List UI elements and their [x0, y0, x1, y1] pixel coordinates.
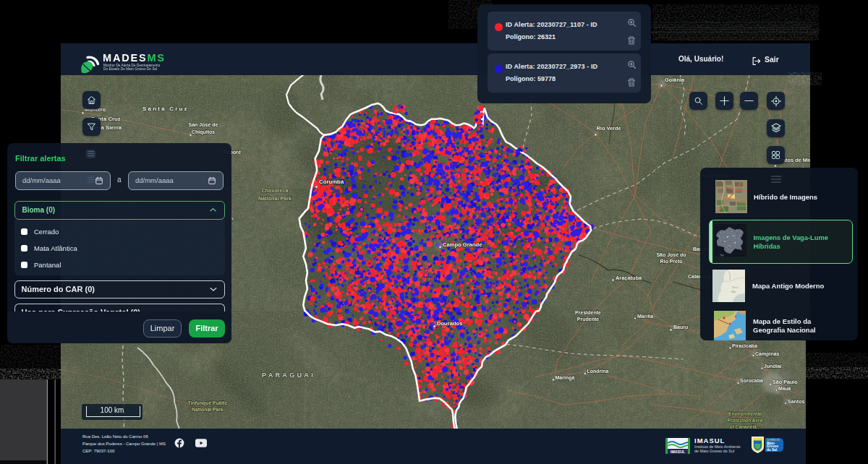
- svg-text:Dourados: Dourados: [437, 320, 462, 327]
- svg-text:Prudente: Prudente: [577, 317, 599, 322]
- svg-text:Santa Cruz: Santa Cruz: [142, 106, 189, 112]
- svg-text:do Sul: do Sul: [767, 448, 777, 452]
- svg-text:Protection Area: Protection Area: [728, 418, 763, 423]
- svg-text:Campinas: Campinas: [755, 351, 780, 357]
- svg-text:Presidente: Presidente: [575, 310, 601, 315]
- svg-text:Sorocaba: Sorocaba: [740, 378, 763, 383]
- svg-text:Maringá: Maringá: [556, 375, 575, 381]
- svg-text:Corumbá: Corumbá: [319, 179, 344, 185]
- svg-text:Goiânia: Goiânia: [665, 77, 685, 83]
- svg-text:National Park: National Park: [258, 195, 292, 202]
- svg-text:Chovoreca: Chovoreca: [261, 187, 289, 194]
- svg-text:Novo: Novo: [731, 285, 738, 289]
- svg-text:Araçatuba: Araçatuba: [616, 275, 642, 281]
- svg-text:São José do: São José do: [656, 252, 686, 257]
- svg-text:San José de: San José de: [189, 122, 218, 127]
- svg-text:Rio Verde: Rio Verde: [597, 125, 621, 132]
- svg-text:Marília: Marília: [637, 314, 653, 319]
- svg-text:Mauá: Mauá: [778, 386, 791, 391]
- svg-text:São Paulo: São Paulo: [773, 379, 798, 385]
- svg-text:Santos: Santos: [788, 399, 804, 404]
- svg-text:Environmental: Environmental: [728, 411, 762, 416]
- svg-text:Jundiaí: Jundiaí: [764, 364, 783, 369]
- svg-text:Rio Preto: Rio Preto: [660, 259, 682, 264]
- svg-text:PARAGUAI: PARAGUAI: [262, 371, 315, 379]
- svg-text:Tinfunqué Public: Tinfunqué Public: [187, 400, 227, 406]
- svg-text:Chiquitos: Chiquitos: [192, 129, 215, 135]
- svg-text:Piracicaba: Piracicaba: [732, 343, 757, 348]
- svg-text:National Park: National Park: [192, 407, 224, 412]
- svg-text:Mar: Mar: [731, 290, 736, 293]
- svg-text:Bauru: Bauru: [673, 325, 688, 330]
- svg-text:Campo Grande: Campo Grande: [443, 241, 482, 248]
- svg-text:Londrina: Londrina: [587, 369, 609, 374]
- svg-text:IMASUL: IMASUL: [671, 450, 686, 454]
